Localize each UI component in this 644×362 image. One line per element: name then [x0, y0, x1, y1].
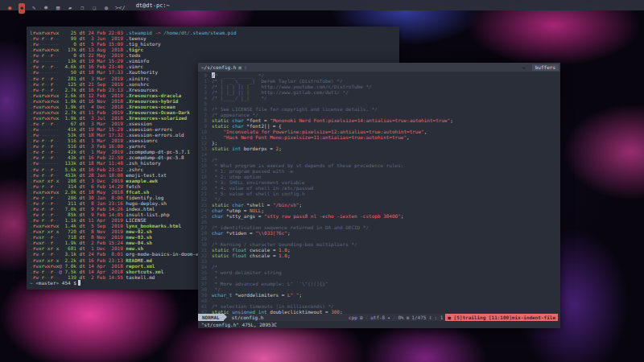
code-line: 21 * 5: value of shell in config.h [198, 191, 560, 196]
vim-command-line: "st/config.h" 475L, 20953C [198, 321, 560, 328]
line-number: 22 [198, 196, 207, 202]
file-name: .teensy [123, 35, 147, 41]
chevron-right-icon: ❯ [244, 64, 247, 70]
line-number: 9 [198, 123, 207, 129]
launcher-icon[interactable]: ◉ [6, 3, 13, 14]
cursor-position: 1/475 ℓ : 1 [411, 314, 443, 321]
line-number: 13 [198, 146, 207, 151]
file-name: .todo [123, 52, 141, 58]
file-row: lrwxrwxrwx 25 dt 24 Feb 22:03 .steampid … [30, 30, 399, 35]
code-line: 1/* | _ \_ _| Derek Taylor (DistroTube) … [198, 78, 560, 84]
code-line: 41/* selection timeouts (in milliseconds… [198, 303, 560, 309]
file-name: .zshrc [123, 167, 143, 172]
chevron-left-icon: ◀ [522, 64, 525, 71]
line-number: 31 [198, 247, 207, 253]
pen-icon[interactable]: ✎ [31, 3, 37, 14]
line-number: 19 [198, 179, 207, 185]
file-name: LICENSE [123, 217, 147, 223]
file-name: example.awk [123, 178, 158, 183]
code-line: 38 */ [198, 286, 560, 292]
line-number: 36 [198, 275, 207, 281]
file-name: .Xresources-solarized [123, 115, 187, 121]
files-icon[interactable]: ❏ [91, 3, 97, 14]
file-name: fetch [123, 183, 141, 189]
code-line: 6/* See LICENSE file for copyright and l… [198, 106, 560, 112]
prompt-history-number: 454 [62, 280, 71, 286]
file-name: fidentify.log [123, 195, 164, 200]
line-number: 30 [198, 241, 207, 247]
code-icon[interactable]: ></ [115, 3, 126, 14]
line-number: 17 [198, 168, 207, 174]
code-line: 23static char *shell = "/bin/sh"; [198, 202, 560, 208]
code-line: 31static float cwscale = 1.0; [198, 247, 560, 253]
encoding-indicator: utf-8 [370, 314, 385, 321]
file-name: README.md [123, 257, 152, 263]
folder-icon[interactable]: ▰ [67, 3, 73, 14]
file-name: .viminfo [123, 58, 150, 64]
code-line: 29 [198, 236, 560, 241]
code-line: 11 "Hack Nerd Font Mono:pixelsize=11:ant… [198, 134, 560, 140]
file-name: hugo-deploy.sh [123, 200, 167, 206]
symlink-target: /home/dt/.steam/steam.pid [163, 30, 236, 35]
line-number: 37 [198, 281, 207, 286]
code-line: 19 * 3: SHELL environment variable [198, 179, 560, 185]
file-row: .rw------- 0 dt 5 Feb 15:09 .tig_history [30, 41, 399, 47]
line-number: 16 [198, 162, 207, 168]
file-name: .xsession-errors.old [123, 132, 184, 138]
mode-indicator: NORMAL [198, 314, 224, 321]
file-name: .xsession [123, 121, 152, 126]
line-number: 38 [198, 286, 207, 292]
vim-tabline: ~/s/config.h ▣ ❯ ◀ buffers [198, 63, 560, 72]
file-name: .xsession-errors [123, 126, 172, 132]
file-name: ffcat.sh [123, 189, 150, 195]
code-line: 15/* [198, 157, 560, 162]
editor-buffer[interactable]: 0/* ____ _____ */1/* | _ \_ _| Derek Tay… [198, 72, 560, 314]
image-icon[interactable]: ▤ [55, 3, 61, 14]
file-name: .zsh_history [123, 160, 161, 166]
file-name: .xonshrc [123, 81, 150, 87]
code-line: 4/* |____/ |_| */ [198, 95, 560, 101]
code-line: 39wchar_t *worddelimiters = L" "; [198, 292, 560, 298]
file-name: insult-list.php [123, 212, 170, 217]
line-number: 0 [198, 72, 207, 78]
code-line: 28char *vtiden = "\\033[?6c"; [198, 230, 560, 236]
code-line: 37 * More advanced example: L" `'\"()[]{… [198, 281, 560, 286]
code-line: 26 [198, 219, 560, 224]
code-line: 24char *utmp = NULL; [198, 208, 560, 213]
tab-file-icon: ▣ [238, 64, 242, 70]
line-number: 4 [198, 95, 207, 101]
file-name: .steampid [123, 30, 152, 35]
line-number: 3 [198, 89, 207, 95]
buffers-button[interactable]: buffers [532, 64, 559, 71]
file-name: new-04.sh [123, 240, 152, 245]
file-name: .Xresources [123, 87, 158, 93]
code-line: 18 * 2: utmp option [198, 174, 560, 179]
globe-icon[interactable]: ◍ [103, 3, 109, 14]
code-line: 10 "Inconsolata for Powerline:pixelsize=… [198, 129, 560, 134]
code-line: 33 [198, 258, 560, 264]
user-icon[interactable]: ☻ [43, 3, 49, 14]
vim-editor-window[interactable]: ~/s/config.h ▣ ❯ ◀ buffers 0/* ____ ____… [198, 63, 560, 328]
line-number: 29 [198, 236, 207, 241]
filetype-icon: ⊞ [360, 314, 363, 321]
line-number: 1 [198, 78, 207, 84]
line-number: 12 [198, 140, 207, 146]
line-number: 40 [198, 298, 207, 303]
code-line: 5 [198, 101, 560, 106]
code-line: 8static char *font = "Mononoki Nerd Font… [198, 117, 560, 123]
top-bar: ◉◆✎☻▤▰❐❏◍></ dt@dt-pc:~ [0, 0, 644, 10]
line-number: 8 [198, 117, 207, 123]
file-name: index.html [123, 206, 155, 212]
window-icon[interactable]: ❐ [79, 3, 85, 14]
separator-icon: ‹ [365, 314, 369, 321]
code-line: 17 * 1: program passed with -e [198, 168, 560, 174]
filetype-indicator: cpp [349, 314, 357, 321]
line-number: 18 [198, 174, 207, 179]
code-line: 35 * word delimiter string [198, 269, 560, 275]
code-line: 22 */ [198, 196, 560, 202]
code-line: 12}; [198, 140, 560, 146]
workspace-icon[interactable]: ◆ [19, 3, 25, 14]
file-name: .Xresources-ocean [123, 104, 175, 109]
code-line: 25char *stty_args = "stty raw pass8 nl -… [198, 213, 560, 219]
tab-config-h[interactable]: ~/s/config.h [201, 63, 236, 72]
